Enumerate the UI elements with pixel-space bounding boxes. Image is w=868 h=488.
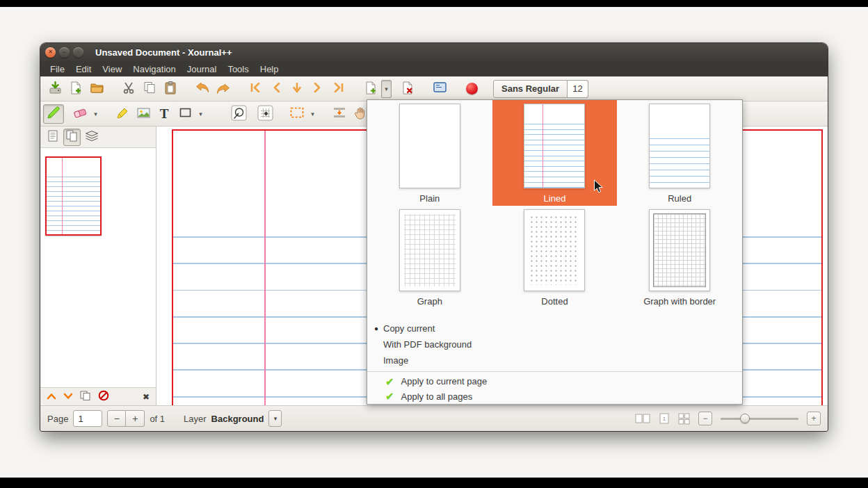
- chevron-down-icon: ▾: [94, 111, 97, 117]
- copy-button[interactable]: [139, 79, 160, 99]
- text-tool-button[interactable]: T: [154, 104, 175, 124]
- shape-tool-button[interactable]: [175, 104, 195, 124]
- template-option-dotted[interactable]: Dotted: [492, 206, 618, 319]
- font-size-button[interactable]: 12: [568, 80, 588, 98]
- undo-button[interactable]: [192, 79, 213, 99]
- highlighter-tool-button[interactable]: [112, 104, 133, 124]
- grid-snapping-toggle[interactable]: [255, 104, 275, 124]
- grid-snapping-icon: [257, 105, 273, 123]
- plus-icon: +: [811, 414, 816, 423]
- select-dropdown-button[interactable]: ▾: [307, 105, 318, 123]
- template-option-graph[interactable]: Graph: [367, 206, 492, 319]
- single-page-view-icon[interactable]: 1: [659, 413, 670, 424]
- open-folder-icon: [90, 82, 104, 95]
- page-decrement-button[interactable]: −: [107, 410, 126, 427]
- first-page-icon: [250, 83, 261, 95]
- template-dotted-preview: [524, 209, 585, 291]
- menu-edit[interactable]: Edit: [70, 61, 97, 76]
- chevron-down-icon: ▾: [311, 111, 314, 117]
- sidebar-tab-pages[interactable]: [63, 129, 81, 146]
- last-page-button[interactable]: [328, 79, 349, 99]
- next-page-button[interactable]: [307, 79, 328, 99]
- vertical-space-tool-button[interactable]: [329, 104, 350, 124]
- first-page-button[interactable]: [245, 79, 266, 99]
- radio-bullet-icon: ●: [374, 325, 383, 332]
- previous-page-button[interactable]: [266, 79, 287, 99]
- open-button[interactable]: [86, 79, 107, 99]
- zoom-out-button[interactable]: −: [698, 412, 712, 425]
- scissors-icon: [122, 81, 135, 96]
- insert-page-dropdown-button[interactable]: ▾: [381, 80, 392, 98]
- apply-to-all-pages[interactable]: ✔ Apply to all pages: [367, 389, 742, 405]
- layer-dropdown-button[interactable]: ▾: [268, 410, 282, 427]
- option-pdf-background[interactable]: With PDF background: [367, 336, 742, 352]
- template-label: Dotted: [541, 296, 568, 307]
- pen-tool-button[interactable]: [43, 104, 64, 124]
- template-ruled-preview: [649, 104, 710, 188]
- record-audio-button[interactable]: [461, 79, 482, 99]
- dual-page-view-icon[interactable]: [635, 413, 650, 424]
- grid-view-icon[interactable]: [678, 413, 690, 425]
- contents-icon: [48, 130, 58, 144]
- delete-page-sidebar-button[interactable]: [98, 390, 109, 403]
- template-option-plain[interactable]: Plain: [367, 100, 492, 206]
- font-button[interactable]: Sans Regular: [493, 80, 568, 98]
- maximize-button[interactable]: ▫: [73, 47, 83, 58]
- delete-page-button[interactable]: [397, 79, 418, 99]
- page-count-label: of 1: [150, 414, 165, 424]
- shape-dropdown-button[interactable]: ▾: [195, 105, 206, 123]
- template-plain-preview: [399, 104, 460, 188]
- chevron-down-icon: ▾: [385, 86, 388, 92]
- copy-page-button[interactable]: [80, 391, 91, 403]
- layer-label: Layer: [184, 414, 207, 424]
- move-page-up-button[interactable]: [47, 391, 56, 402]
- menu-help[interactable]: Help: [255, 61, 284, 76]
- chevron-down-icon: ▾: [199, 111, 202, 117]
- template-option-graph-border[interactable]: Graph with border: [617, 206, 742, 319]
- zoom-slider[interactable]: [721, 412, 798, 425]
- insert-page-button[interactable]: [360, 79, 381, 99]
- redo-button[interactable]: [213, 79, 234, 99]
- fullscreen-button[interactable]: [429, 79, 450, 99]
- chevron-down-icon: ▾: [274, 415, 278, 422]
- page-thumbnail[interactable]: [45, 156, 102, 236]
- menu-view[interactable]: View: [97, 61, 127, 76]
- close-button[interactable]: ✕: [45, 47, 56, 58]
- check-icon: ✔: [385, 375, 394, 388]
- sidebar-tab-contents[interactable]: [44, 129, 61, 146]
- new-document-icon: [70, 81, 82, 97]
- menu-journal[interactable]: Journal: [182, 61, 223, 76]
- sidebar-close-button[interactable]: ✖: [143, 392, 150, 402]
- page-stepper: − +: [107, 410, 145, 427]
- zoom-slider-thumb[interactable]: [740, 414, 750, 423]
- zoom-in-button[interactable]: +: [807, 412, 821, 425]
- option-copy-current[interactable]: ● Copy current: [367, 320, 742, 336]
- menu-tools[interactable]: Tools: [222, 61, 254, 76]
- save-icon: [49, 81, 62, 97]
- select-tool-button[interactable]: [287, 104, 307, 124]
- layer-name: Background: [211, 414, 264, 424]
- template-option-ruled[interactable]: Ruled: [617, 100, 742, 206]
- minus-icon: −: [702, 414, 707, 423]
- menu-navigation[interactable]: Navigation: [127, 61, 181, 76]
- apply-to-current-page[interactable]: ✔ Apply to current page: [367, 374, 742, 389]
- eraser-dropdown-button[interactable]: ▾: [90, 105, 101, 123]
- app-window: ✕ – ▫ Unsaved Document - Xournal++ File …: [40, 43, 828, 431]
- save-button[interactable]: [45, 79, 65, 99]
- page-down-button[interactable]: [287, 79, 307, 99]
- menu-file[interactable]: File: [45, 61, 70, 76]
- new-document-button[interactable]: [65, 79, 86, 99]
- sidebar-tab-layers[interactable]: [83, 129, 100, 146]
- image-tool-button[interactable]: [133, 104, 154, 124]
- page-number-input[interactable]: [73, 410, 102, 427]
- select-region-icon: [290, 107, 304, 120]
- rotation-snapping-toggle[interactable]: [228, 104, 249, 124]
- minimize-button[interactable]: –: [59, 47, 70, 58]
- page-increment-button[interactable]: +: [126, 410, 145, 427]
- move-page-down-button[interactable]: [63, 391, 73, 402]
- option-image[interactable]: Image: [367, 352, 742, 368]
- eraser-tool-button[interactable]: [70, 104, 90, 124]
- cut-button[interactable]: [118, 79, 139, 99]
- template-label: Graph with border: [643, 296, 716, 307]
- paste-button[interactable]: [160, 79, 181, 99]
